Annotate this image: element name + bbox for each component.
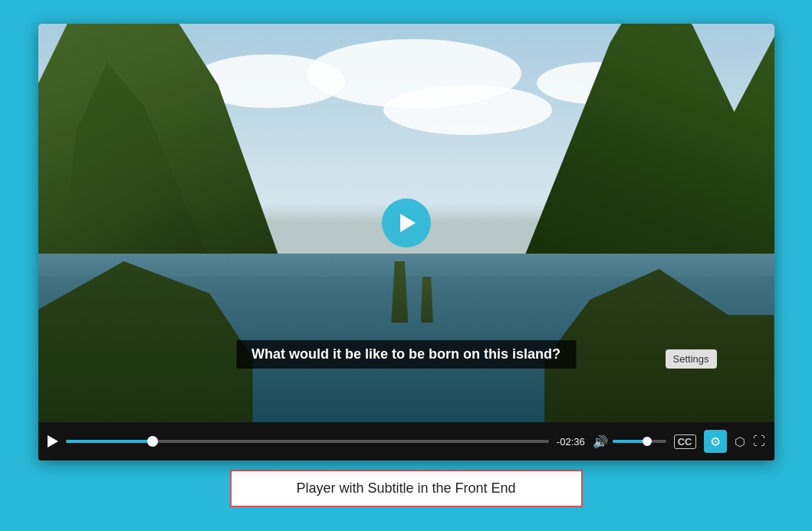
gear-icon: ⚙ [710,434,721,449]
play-icon [48,435,58,447]
volume-fill [613,440,648,443]
share-button[interactable]: ⬡ [735,434,745,449]
video-player: What would it be like to be born on this… [38,24,774,461]
caption-box: Player with Subtitle in the Front End [230,470,583,507]
progress-bar[interactable] [66,440,549,443]
volume-control: 🔊 [593,434,666,449]
mountain-right [514,24,774,284]
cc-label: CC [678,436,692,447]
subtitle-bar: What would it be like to be born on this… [236,340,576,369]
volume-button[interactable]: 🔊 [593,434,608,449]
play-pause-button[interactable] [48,435,58,447]
fullscreen-button[interactable]: ⛶ [753,434,765,448]
cc-button[interactable]: CC [674,434,696,449]
time-display: -02:36 [557,436,585,447]
page-wrapper: What would it be like to be born on this… [38,24,774,507]
share-icon: ⬡ [735,435,745,448]
cloud-4 [383,85,552,135]
settings-button[interactable]: ⚙ [704,430,727,453]
volume-thumb [643,437,652,446]
fullscreen-icon: ⛶ [753,434,765,447]
video-area[interactable]: What would it be like to be born on this… [38,24,774,422]
volume-bar[interactable] [613,440,666,443]
caption-text: Player with Subtitle in the Front End [296,480,515,496]
play-button-overlay[interactable] [382,198,431,247]
volume-icon: 🔊 [593,434,608,449]
settings-tooltip: Settings [666,349,717,369]
subtitle-text: What would it be like to be born on this… [251,346,561,362]
progress-thumb [147,436,158,447]
controls-bar: -02:36 🔊 CC ⚙ [38,422,774,461]
rock-pillar-2 [421,277,433,323]
play-triangle-icon [400,214,416,232]
progress-fill [66,440,153,443]
